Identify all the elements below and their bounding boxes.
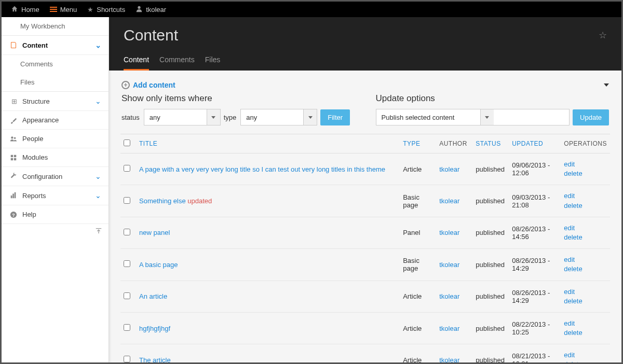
topbar-user[interactable]: tkolear: [130, 2, 171, 17]
update-button[interactable]: Update: [573, 109, 609, 125]
delete-link[interactable]: delete: [564, 360, 607, 362]
edit-link[interactable]: edit: [564, 191, 607, 201]
row-title-link[interactable]: A page with a very very very long title …: [139, 165, 385, 173]
collapse-panel-icon[interactable]: [604, 83, 609, 87]
topbar-shortcuts-label: Shortcuts: [97, 6, 125, 13]
collapse-sidebar-button[interactable]: [95, 227, 102, 236]
topbar-menu[interactable]: Menu: [45, 2, 83, 17]
row-author-link[interactable]: tkolear: [439, 197, 459, 205]
topbar-home-label: Home: [21, 6, 39, 13]
row-title-link[interactable]: An article: [139, 292, 167, 300]
delete-link[interactable]: delete: [564, 233, 607, 242]
modules-icon: [9, 154, 18, 161]
people-icon: [9, 135, 18, 143]
sidebar-item-reports[interactable]: Reports ⌄: [2, 186, 109, 205]
add-content-link[interactable]: + Add content: [121, 81, 175, 89]
svg-point-2: [14, 137, 16, 139]
col-status[interactable]: STATUS: [472, 134, 509, 153]
sidebar-item-people[interactable]: People: [2, 130, 109, 148]
edit-link[interactable]: edit: [564, 223, 607, 233]
delete-link[interactable]: delete: [564, 328, 607, 338]
sidebar-item-appearance[interactable]: Appearance: [2, 111, 109, 130]
row-updated: 08/21/2013 - 16:21: [509, 344, 561, 362]
edit-link[interactable]: edit: [564, 255, 607, 264]
row-author-link[interactable]: tkolear: [439, 229, 459, 236]
edit-link[interactable]: edit: [564, 287, 607, 297]
type-select[interactable]: any: [240, 109, 317, 125]
sidebar-item-label: My Workbench: [20, 22, 65, 30]
sidebar-item-label: Files: [20, 78, 34, 86]
type-label: type: [224, 114, 237, 121]
table-row: new panel Panel tkolear published 08/26/…: [120, 217, 610, 248]
row-author-link[interactable]: tkolear: [439, 325, 459, 332]
row-updated: 09/03/2013 - 21:08: [509, 185, 561, 217]
delete-link[interactable]: delete: [564, 297, 607, 306]
row-checkbox[interactable]: [124, 165, 130, 172]
edit-link[interactable]: edit: [564, 351, 607, 360]
favorite-star-icon[interactable]: ☆: [599, 30, 607, 41]
sidebar-item-configuration[interactable]: Configuration ⌄: [2, 167, 109, 186]
row-title-link[interactable]: A basic page: [139, 261, 178, 269]
edit-link[interactable]: edit: [564, 160, 607, 169]
table-row: The article Article tkolear published 08…: [120, 344, 610, 362]
status-label: status: [121, 114, 140, 121]
filters: Show only items where status any type an…: [120, 93, 610, 134]
select-all-checkbox[interactable]: [124, 139, 130, 146]
sidebar-item-content[interactable]: Content ⌃: [2, 35, 109, 55]
edit-link[interactable]: edit: [564, 319, 607, 328]
row-updated: 08/26/2013 - 14:56: [509, 217, 561, 248]
main: Content ☆ Content Comments Files + Add c…: [109, 17, 621, 362]
svg-rect-7: [11, 195, 12, 198]
topbar-shortcuts[interactable]: ★ Shortcuts: [82, 2, 130, 17]
app-window: Home Menu ★ Shortcuts tkolear My Workben…: [0, 0, 623, 364]
delete-link[interactable]: delete: [564, 264, 607, 274]
document-icon: [9, 42, 18, 48]
chevron-up-icon: ⌃: [95, 41, 101, 49]
sidebar-item-modules[interactable]: Modules: [2, 148, 109, 167]
row-updated: 08/26/2013 - 14:29: [509, 281, 561, 312]
sidebar-item-help[interactable]: ? Help: [2, 205, 109, 224]
update-action-select[interactable]: Publish selected content: [376, 109, 570, 125]
col-operations: OPERATIONS: [561, 134, 610, 153]
filter-title: Show only items where: [121, 93, 355, 104]
row-checkbox[interactable]: [124, 292, 130, 299]
row-author-link[interactable]: tkolear: [439, 356, 459, 362]
row-checkbox[interactable]: [124, 324, 130, 331]
row-author-link[interactable]: tkolear: [439, 261, 459, 269]
row-title-link[interactable]: The article: [139, 356, 171, 362]
chevron-down-icon: ⌄: [95, 191, 101, 200]
row-title-link[interactable]: hgfjhgfjhgf: [139, 325, 170, 332]
sidebar-item-label: Configuration: [22, 173, 62, 180]
svg-point-0: [138, 6, 141, 8]
tab-files[interactable]: Files: [205, 55, 221, 71]
row-title-link[interactable]: new panel: [139, 229, 170, 236]
filter-button[interactable]: Filter: [320, 109, 350, 125]
structure-icon: ⊞: [9, 97, 18, 105]
row-checkbox[interactable]: [124, 260, 130, 267]
sidebar-item-my-workbench[interactable]: My Workbench: [2, 17, 109, 35]
row-type: Basic page: [400, 185, 436, 217]
row-checkbox[interactable]: [124, 229, 130, 235]
row-updated: 08/26/2013 - 14:29: [509, 249, 561, 281]
sidebar-item-files[interactable]: Files: [2, 73, 109, 91]
topbar-menu-label: Menu: [60, 6, 77, 13]
row-checkbox[interactable]: [124, 356, 130, 362]
user-icon: [136, 5, 143, 14]
topbar-home[interactable]: Home: [6, 2, 45, 17]
delete-link[interactable]: delete: [564, 169, 607, 178]
tab-content[interactable]: Content: [124, 55, 149, 71]
row-author-link[interactable]: tkolear: [439, 165, 459, 173]
sidebar-item-structure[interactable]: ⊞ Structure ⌄: [2, 91, 109, 111]
sidebar-item-comments[interactable]: Comments: [2, 55, 109, 73]
delete-link[interactable]: delete: [564, 201, 607, 211]
row-type: Article: [400, 344, 436, 362]
status-select[interactable]: any: [144, 109, 221, 125]
col-title[interactable]: TITLE: [136, 134, 400, 153]
sidebar-item-label: Structure: [22, 97, 50, 105]
col-updated[interactable]: UPDATED: [509, 134, 561, 153]
tab-comments[interactable]: Comments: [159, 55, 195, 71]
row-title-link[interactable]: Something else: [139, 197, 186, 205]
col-type[interactable]: TYPE: [400, 134, 436, 153]
row-author-link[interactable]: tkolear: [439, 292, 459, 300]
row-checkbox[interactable]: [124, 197, 130, 204]
